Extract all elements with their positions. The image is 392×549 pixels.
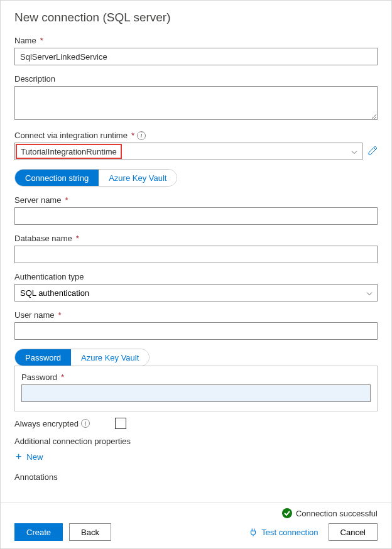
database-name-input[interactable]	[14, 246, 378, 263]
password-input[interactable]	[21, 384, 371, 402]
page-title: New connection (SQL server)	[14, 11, 378, 24]
password-label: Password*	[21, 372, 371, 382]
server-name-label: Server name*	[14, 195, 378, 205]
user-name-label: User name*	[14, 310, 378, 320]
info-icon[interactable]: i	[81, 419, 90, 428]
annotations-label: Annotations	[14, 472, 378, 482]
tab-connection-string[interactable]: Connection string	[15, 170, 99, 186]
connection-status: Connection successful	[14, 508, 378, 518]
server-name-input[interactable]	[14, 207, 378, 225]
add-connection-property-button[interactable]: + New	[14, 448, 378, 465]
name-label: Name*	[14, 36, 378, 45]
description-label: Description	[14, 74, 378, 84]
password-group: Password*	[14, 366, 378, 411]
auth-type-select[interactable]	[14, 284, 378, 302]
test-connection-button[interactable]: Test connection	[245, 528, 322, 537]
back-button[interactable]: Back	[69, 523, 111, 541]
runtime-label: Connect via integration runtime* i	[14, 131, 378, 140]
plug-icon	[249, 528, 258, 536]
runtime-select[interactable]: TutorialIntegrationRuntime	[14, 143, 362, 160]
name-input[interactable]	[14, 48, 378, 65]
edit-icon[interactable]	[368, 146, 378, 158]
footer: Connection successful Create Back Test c…	[1, 503, 391, 548]
additional-props-label: Additional connection properties	[14, 437, 378, 446]
always-encrypted-checkbox[interactable]	[115, 418, 126, 429]
auth-type-label: Authentication type	[14, 272, 378, 281]
check-circle-icon	[282, 508, 292, 518]
info-icon[interactable]: i	[137, 131, 146, 140]
add-annotation-button[interactable]: + New	[14, 484, 378, 487]
auth-source-tabs: Connection string Azure Key Vault	[14, 169, 177, 187]
tab-azure-key-vault[interactable]: Azure Key Vault	[99, 170, 177, 186]
tab-password[interactable]: Password	[15, 349, 71, 366]
description-textarea[interactable]	[14, 86, 378, 120]
always-encrypted-label: Always encrypted i	[14, 419, 90, 428]
cancel-button[interactable]: Cancel	[329, 523, 378, 541]
user-name-input[interactable]	[14, 322, 378, 340]
password-source-tabs: Password Azure Key Vault	[14, 349, 150, 366]
create-button[interactable]: Create	[14, 523, 63, 541]
plus-icon: +	[16, 451, 21, 462]
tab-password-akv[interactable]: Azure Key Vault	[71, 349, 149, 366]
database-name-label: Database name*	[14, 234, 378, 243]
